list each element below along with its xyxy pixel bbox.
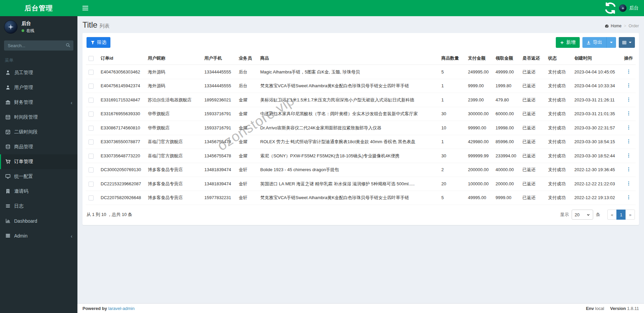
cell-order-id: E330735648773220 bbox=[98, 149, 145, 163]
sidebar-item-sub-timeslot[interactable]: 二级时间段 bbox=[0, 125, 77, 139]
cell-created-at: 2023-03-31 21:01:35 bbox=[572, 107, 621, 121]
sidebar-toggle-icon[interactable] bbox=[77, 0, 93, 16]
refresh-icon[interactable] bbox=[604, 0, 617, 16]
cell-phone: 15977832231 bbox=[202, 191, 236, 205]
cell-actions bbox=[621, 191, 636, 205]
export-button-group: 导出 bbox=[582, 37, 616, 48]
pagination-prev[interactable]: « bbox=[607, 210, 617, 220]
row-checkbox-cell bbox=[86, 79, 98, 93]
row-actions-button[interactable] bbox=[625, 110, 632, 117]
sidebar-item-label: Admin bbox=[14, 233, 71, 239]
app-logo[interactable]: 后台管理 bbox=[0, 0, 77, 16]
cell-quantity: 1 bbox=[439, 79, 465, 93]
sidebar-item-products[interactable]: 商品管理 bbox=[0, 139, 77, 154]
sidebar-item-staff[interactable]: 员工管理 bbox=[0, 65, 77, 80]
cell-receive-amount: 20000.00 bbox=[493, 177, 520, 191]
sidebar-item-label: 统一配置 bbox=[14, 174, 72, 180]
sidebar-item-timeslot[interactable]: 时间段管理 bbox=[0, 110, 77, 125]
cell-status: 支付成功 bbox=[545, 65, 572, 79]
column-header: 订单id bbox=[98, 52, 145, 65]
cell-nickname: 海外源码 bbox=[145, 79, 202, 93]
add-button[interactable]: 新增 bbox=[556, 37, 580, 48]
cell-receive-amount: 49999.00 bbox=[493, 65, 520, 79]
sidebar-item-config[interactable]: 统一配置 bbox=[0, 169, 77, 184]
row-actions-button[interactable] bbox=[625, 82, 632, 89]
cell-actions bbox=[621, 93, 636, 107]
cell-order-id: DC30002050769130 bbox=[98, 163, 145, 177]
row-checkbox[interactable] bbox=[89, 154, 94, 159]
column-header: 商品数量 bbox=[439, 52, 465, 65]
row-actions-button[interactable] bbox=[625, 180, 632, 187]
ellipsis-v-icon bbox=[626, 181, 631, 186]
cell-actions bbox=[621, 135, 636, 149]
table-row: DC22075820926648博多客食品专营店15977832231金轩梵克雅… bbox=[86, 191, 636, 205]
row-actions-button[interactable] bbox=[625, 68, 632, 75]
row-actions-button[interactable] bbox=[625, 124, 632, 131]
sidebar-item-label: 订单管理 bbox=[14, 159, 72, 165]
navbar-user-menu[interactable]: 后台 bbox=[617, 0, 644, 16]
row-checkbox[interactable] bbox=[89, 98, 94, 103]
row-checkbox[interactable] bbox=[89, 70, 94, 75]
export-dropdown-toggle[interactable] bbox=[606, 37, 616, 48]
row-actions-button[interactable] bbox=[625, 166, 632, 173]
cell-product: 梵克雅宝VCA手链Sweet Alhambra黄K金配白色珍珠贝母手链女士四叶草… bbox=[258, 79, 439, 93]
user-status: 在线 bbox=[22, 28, 34, 34]
row-actions-button[interactable] bbox=[625, 138, 632, 145]
funnel-icon bbox=[91, 40, 95, 45]
cell-receive-amount: 40000.00 bbox=[493, 163, 520, 177]
cell-pay-amount: 999999.99 bbox=[465, 149, 493, 163]
row-checkbox[interactable] bbox=[89, 195, 94, 200]
cell-actions bbox=[621, 163, 636, 177]
calendar-check-icon bbox=[5, 129, 11, 135]
row-actions-button[interactable] bbox=[625, 194, 632, 201]
app-title: 后台管理 bbox=[25, 4, 53, 13]
select-all-checkbox[interactable] bbox=[89, 56, 94, 61]
search-input[interactable] bbox=[4, 40, 73, 51]
export-button[interactable]: 导出 bbox=[582, 37, 606, 48]
cell-salesman: 金耀 bbox=[236, 93, 258, 107]
navbar-username: 后台 bbox=[629, 5, 639, 11]
pagination-page-1[interactable]: 1 bbox=[616, 210, 626, 220]
row-actions-button[interactable] bbox=[625, 152, 632, 159]
ellipsis-v-icon bbox=[626, 69, 631, 74]
cell-product: Magic Alhambra手链，5图案 白K金, 玉髓, 珍珠母贝 bbox=[258, 65, 439, 79]
sidebar-item-log[interactable]: 日志 bbox=[0, 199, 77, 214]
row-checkbox-cell bbox=[86, 191, 98, 205]
sidebar-item-invite-code[interactable]: 邀请码 bbox=[0, 184, 77, 199]
sidebar-item-label: 日志 bbox=[14, 203, 72, 209]
row-checkbox[interactable] bbox=[89, 182, 94, 187]
row-checkbox[interactable] bbox=[89, 139, 94, 145]
row-actions-button[interactable] bbox=[625, 96, 632, 103]
sidebar-item-finance[interactable]: 财务管理‹ bbox=[0, 95, 77, 110]
sidebar-item-users[interactable]: 用户管理 bbox=[0, 80, 77, 95]
ellipsis-v-icon bbox=[626, 83, 631, 88]
cell-pay-amount: 9999.00 bbox=[465, 79, 493, 93]
cell-actions bbox=[621, 121, 636, 135]
sidebar-item-label: 用户管理 bbox=[14, 85, 72, 91]
pagination-next[interactable]: » bbox=[625, 210, 635, 220]
sidebar-item-admin[interactable]: Admin‹ bbox=[0, 228, 77, 243]
search-icon[interactable] bbox=[64, 41, 72, 50]
breadcrumb-home[interactable]: Home bbox=[605, 24, 621, 28]
sidebar-item-dashboard[interactable]: Dashboard bbox=[0, 214, 77, 228]
cell-created-at: 2022-12-22 21:22:03 bbox=[572, 177, 621, 191]
row-checkbox[interactable] bbox=[89, 126, 94, 131]
column-selector-button[interactable] bbox=[619, 37, 635, 48]
per-page-select[interactable]: 20 bbox=[572, 210, 593, 220]
cell-salesman: 后台 bbox=[236, 79, 258, 93]
cell-created-at: 2022-12-22 19:13:02 bbox=[572, 191, 621, 205]
filter-button[interactable]: 筛选 bbox=[87, 37, 110, 48]
row-checkbox[interactable] bbox=[89, 112, 94, 117]
cell-salesman: 金耀 bbox=[236, 135, 258, 149]
row-checkbox[interactable] bbox=[89, 84, 94, 89]
row-checkbox-cell bbox=[86, 65, 98, 79]
sidebar-item-label: 财务管理 bbox=[14, 99, 71, 105]
sidebar-item-orders[interactable]: 订单管理 bbox=[0, 154, 77, 169]
column-header: 领取金额 bbox=[493, 52, 520, 65]
cell-order-id: E404763056303462 bbox=[98, 65, 145, 79]
ellipsis-v-icon bbox=[626, 167, 631, 172]
laravel-admin-link[interactable]: laravel-admin bbox=[108, 306, 135, 311]
cell-quantity: 2 bbox=[439, 163, 465, 177]
row-checkbox[interactable] bbox=[89, 167, 94, 173]
online-dot-icon bbox=[22, 29, 24, 32]
